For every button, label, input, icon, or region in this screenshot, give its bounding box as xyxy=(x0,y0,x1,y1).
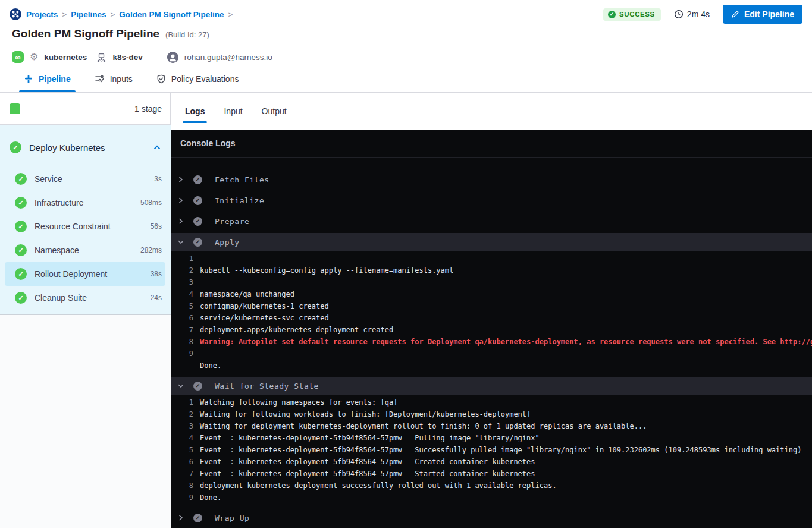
log-section-initialize[interactable]: ✓Initialize xyxy=(171,191,812,209)
user-email: rohan.gupta@harness.io xyxy=(184,53,272,62)
line-text: configmap/kubernetes-1 created xyxy=(200,302,329,310)
line-text: Warning: Autopilot set default resource … xyxy=(200,338,780,346)
log-line: 8deployment kubernetes-deployment succes… xyxy=(171,480,812,492)
step-duration: 3s xyxy=(154,175,162,183)
duration-text: 2m 4s xyxy=(687,10,710,19)
step-duration: 24s xyxy=(151,294,162,302)
line-number: 3 xyxy=(181,422,193,430)
line-number: 7 xyxy=(181,470,193,478)
step-duration: 38s xyxy=(151,270,162,278)
breadcrumb-separator: > xyxy=(228,10,233,19)
pipeline-icon xyxy=(24,74,33,84)
line-number: 2 xyxy=(181,410,193,418)
console-body: ✓Fetch Files✓Initialize✓Prepare✓Apply12k… xyxy=(171,158,812,527)
line-number: 7 xyxy=(181,326,193,334)
line-number: 2 xyxy=(181,266,193,275)
chevron-right-icon[interactable] xyxy=(176,197,186,204)
page-title: Golden PM Signoff Pipeline xyxy=(12,27,159,40)
status-badge: ✓ SUCCESS xyxy=(603,8,661,21)
log-line: 3 xyxy=(171,276,812,288)
log-line: 3Waiting for deployment kubernetes-deplo… xyxy=(171,420,812,432)
breadcrumb-link[interactable]: Pipelines xyxy=(71,10,106,19)
console-header: Console Logs xyxy=(171,130,812,158)
step-success-icon: ✓ xyxy=(193,196,202,205)
status-text: SUCCESS xyxy=(619,11,655,18)
tab-pipeline[interactable]: Pipeline xyxy=(24,65,71,92)
log-tab-logs[interactable]: Logs xyxy=(185,106,205,119)
duration: 2m 4s xyxy=(674,10,710,19)
log-line: 6Event : kubernetes-deployment-5fb94f856… xyxy=(171,456,812,468)
step-success-icon: ✓ xyxy=(193,514,202,522)
tab-inputs[interactable]: Inputs xyxy=(95,65,133,92)
console-panel: Console Logs ✓Fetch Files✓Initialize✓Pre… xyxy=(171,130,812,528)
check-circle-icon: ✓ xyxy=(608,11,616,18)
chevron-right-icon[interactable] xyxy=(176,514,186,521)
chevron-down-icon[interactable] xyxy=(176,382,186,389)
tab-policy-evaluations[interactable]: Policy Evaluations xyxy=(156,65,239,92)
log-line: 9Done. xyxy=(171,492,812,503)
service-type-label: kubernetes xyxy=(44,53,87,62)
line-text: Waiting for deployment kubernetes-deploy… xyxy=(200,422,647,430)
breadcrumb-separator: > xyxy=(62,10,67,19)
success-check-icon: ✓ xyxy=(15,268,27,280)
step-name: Namespace xyxy=(35,245,79,255)
line-number: 8 xyxy=(181,338,193,346)
step-duration: 508ms xyxy=(140,199,162,207)
tab-label: Pipeline xyxy=(39,74,71,84)
step-row-resource-constraint[interactable]: ✓Resource Constraint56s xyxy=(5,215,165,238)
log-lines: 12kubectl --kubeconfig=config apply --fi… xyxy=(171,251,812,374)
chevron-right-icon[interactable] xyxy=(176,176,186,183)
log-link[interactable]: http://g xyxy=(780,338,812,346)
line-text: deployment.apps/kubernetes-deployment cr… xyxy=(200,326,393,334)
build-id: (Build Id: 27) xyxy=(165,30,209,39)
log-section-wrap-up[interactable]: ✓Wrap Up xyxy=(171,509,812,527)
chevron-down-icon[interactable] xyxy=(176,238,186,245)
log-area: LogsInputOutput Console Logs ✓Fetch File… xyxy=(171,93,812,528)
sidebar-empty-area xyxy=(0,315,171,528)
line-text: Event : kubernetes-deployment-5fb94f8564… xyxy=(200,446,801,454)
line-text: Event : kubernetes-deployment-5fb94f8564… xyxy=(200,458,535,466)
line-number: 1 xyxy=(181,398,193,407)
stage-status-square xyxy=(10,103,20,114)
infrastructure-icon xyxy=(96,52,106,62)
step-name: Infrastructure xyxy=(35,198,83,207)
clock-icon xyxy=(674,10,684,19)
step-row-rollout-deployment[interactable]: ✓Rollout Deployment38s xyxy=(5,262,165,286)
log-section-title: Initialize xyxy=(215,196,264,205)
log-tab-input[interactable]: Input xyxy=(224,106,242,119)
log-section-apply[interactable]: ✓Apply xyxy=(171,233,812,251)
log-line: 7deployment.apps/kubernetes-deployment c… xyxy=(171,324,812,336)
edit-pipeline-button[interactable]: Edit Pipeline xyxy=(723,5,802,24)
step-row-service[interactable]: ✓Service3s xyxy=(5,167,165,191)
log-section-title: Wrap Up xyxy=(215,514,249,522)
log-tab-output[interactable]: Output xyxy=(262,106,287,119)
log-line: Done. xyxy=(171,360,812,372)
log-section-wait-for-steady-state[interactable]: ✓Wait for Steady State xyxy=(171,377,812,395)
step-row-cleanup-suite[interactable]: ✓Cleanup Suite24s xyxy=(5,286,165,310)
line-text: Waiting for following workloads to finis… xyxy=(200,410,531,418)
step-row-namespace[interactable]: ✓Namespace282ms xyxy=(5,238,165,262)
breadcrumb-link[interactable]: Golden PM Signoff Pipeline xyxy=(119,10,224,19)
log-section-prepare[interactable]: ✓Prepare xyxy=(171,212,812,230)
log-section-fetch-files[interactable]: ✓Fetch Files xyxy=(171,171,812,188)
success-check-icon: ✓ xyxy=(10,141,21,153)
step-success-icon: ✓ xyxy=(193,382,202,391)
chevron-right-icon[interactable] xyxy=(176,218,186,225)
policy-icon xyxy=(156,74,166,84)
log-line: 7Event : kubernetes-deployment-5fb94f856… xyxy=(171,468,812,480)
log-line: 8Warning: Autopilot set default resource… xyxy=(171,336,812,348)
step-success-icon: ✓ xyxy=(193,217,202,226)
line-number: 8 xyxy=(181,481,193,490)
step-duration: 282ms xyxy=(140,246,162,254)
line-text: deployment kubernetes-deployment success… xyxy=(200,481,557,490)
step-name: Service xyxy=(35,174,62,184)
breadcrumb-link[interactable]: Projects xyxy=(26,10,58,19)
step-row-infrastructure[interactable]: ✓Infrastructure508ms xyxy=(5,191,165,215)
line-number: 1 xyxy=(181,254,193,263)
pencil-icon xyxy=(731,10,739,18)
log-tabs: LogsInputOutput xyxy=(171,93,812,130)
stage-header-deploy-kubernetes[interactable]: ✓ Deploy Kubernetes xyxy=(0,135,171,160)
breadcrumb: Projects>Pipelines>Golden PM Signoff Pip… xyxy=(26,10,233,19)
chevron-up-icon[interactable] xyxy=(153,143,161,152)
avatar xyxy=(167,52,178,63)
